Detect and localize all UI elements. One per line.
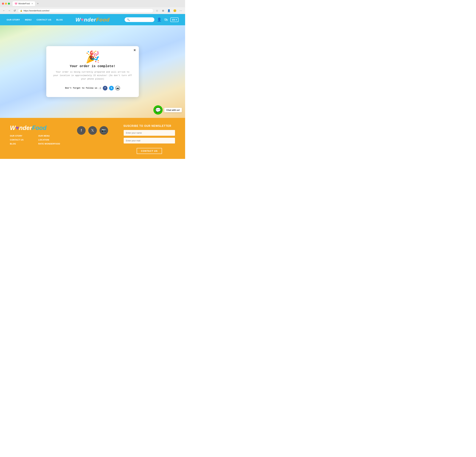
newsletter-name-input[interactable] <box>123 130 175 136</box>
reload-button[interactable]: ↺ <box>13 9 17 13</box>
footer-nav-location[interactable]: LOCATION <box>38 139 62 141</box>
footer-facebook-button[interactable]: f <box>77 126 86 135</box>
footer-facebook-icon: f <box>81 128 82 133</box>
emoji-button[interactable]: 🙂 <box>172 8 177 13</box>
footer-logo-heart: ♥ <box>16 124 19 131</box>
search-icon: 🔍 <box>127 18 130 21</box>
url-text: https://wonderfood.com/en/ <box>24 9 49 12</box>
chat-widget[interactable]: 💬 Chat with us! <box>153 105 182 115</box>
logo-food-text: Food <box>96 17 110 23</box>
logo-area: W♥nderFood <box>64 17 121 23</box>
footer-nav-blog[interactable]: BLOG <box>10 143 33 145</box>
browser-actions: ☆ ⊕ 👤 🙂 ⋯ <box>155 8 183 13</box>
logo-nder-text: nder <box>84 17 96 23</box>
lang-label: EN <box>172 18 175 21</box>
tab-close-icon[interactable]: ✕ <box>31 2 33 5</box>
confetti-emoji: 🎉 <box>85 51 100 63</box>
main-content: ✕ 🎉 Your order is complete! Your order i… <box>0 25 185 118</box>
logo-heart-icon: ♥ <box>81 17 84 23</box>
footer-contact-us-button[interactable]: CONTACT US <box>137 148 162 154</box>
cart-icon[interactable]: 🛍 <box>164 17 168 22</box>
footer-nav-contact-us[interactable]: CONTACT US <box>10 139 33 141</box>
modal-title: Your order is complete! <box>53 64 132 68</box>
nav-contact-us[interactable]: CONTACT US <box>36 18 51 21</box>
forward-button[interactable]: → <box>7 9 11 13</box>
footer-social-links: f 𝕏 📷 <box>77 126 108 135</box>
browser-tab[interactable]: 🩷 WonderFood ✕ <box>13 1 35 6</box>
tab-title: WonderFood <box>18 2 30 5</box>
browser-chrome: 🩷 WonderFood ✕ + ← → ↺ 🔒 https://wonderf… <box>0 0 185 14</box>
browser-titlebar: 🩷 WonderFood ✕ + <box>0 0 185 7</box>
footer-logo[interactable]: W♥nderFood <box>10 124 62 131</box>
footer-nav-rate[interactable]: RATE WONDERFOOD <box>38 143 62 145</box>
site-logo[interactable]: W♥nderFood <box>76 17 110 23</box>
newsletter-title: SUSCRIBE TO OUR NEWSLETTER <box>123 124 175 128</box>
footer-nav-our-menu[interactable]: OUR MENU <box>38 135 62 137</box>
footer-logo-nav: W♥nderFood OUR STORY OUR MENU CONTACT US… <box>10 124 62 145</box>
order-complete-modal: ✕ 🎉 Your order is complete! Your order i… <box>46 46 139 97</box>
footer-nav: OUR STORY OUR MENU CONTACT US LOCATION B… <box>10 135 62 145</box>
nav-our-story[interactable]: OUR STORY <box>7 18 20 21</box>
footer-twitter-button[interactable]: 𝕏 <box>88 126 97 135</box>
nav-menu[interactable]: MENU <box>25 18 32 21</box>
footer-nav-our-story[interactable]: OUR STORY <box>10 135 33 137</box>
header-right: 🔍 👤 🛍 EN ▾ <box>121 17 178 22</box>
newsletter-email-input[interactable] <box>123 138 175 144</box>
profile-button[interactable]: 👤 <box>167 8 171 13</box>
browser-dots <box>2 3 10 5</box>
search-box[interactable]: 🔍 <box>125 17 154 22</box>
chat-bubble-button[interactable]: 💬 <box>153 105 163 115</box>
modal-confetti-icon: 🎉 <box>53 51 132 63</box>
footer-twitter-icon: 𝕏 <box>91 128 94 133</box>
user-icon[interactable]: 👤 <box>157 17 162 22</box>
modal-instagram-button[interactable]: 📷 <box>115 86 120 90</box>
footer-logo-nder: nder <box>19 124 32 131</box>
wechat-icon: 💬 <box>155 107 161 113</box>
dot-red[interactable] <box>2 3 4 5</box>
follow-label: Don't forget to follow us ;) <box>65 87 101 89</box>
modal-facebook-button[interactable]: f <box>103 86 107 90</box>
site-header: OUR STORY MENU CONTACT US BLOG W♥nderFoo… <box>0 14 185 25</box>
footer-social-section: f 𝕏 📷 <box>67 124 118 135</box>
modal-body-text: Your order is being currently prepared a… <box>53 70 132 81</box>
footer-newsletter: SUSCRIBE TO OUR NEWSLETTER CONTACT US <box>123 124 175 154</box>
footer-logo-food: Food <box>32 124 46 131</box>
tab-favicon: 🩷 <box>15 2 17 5</box>
footer-instagram-button[interactable]: 📷 <box>100 126 108 135</box>
main-nav: OUR STORY MENU CONTACT US BLOG <box>7 18 64 21</box>
lock-icon: 🔒 <box>20 9 23 12</box>
modal-twitter-button[interactable]: 𝕏 <box>109 86 114 90</box>
address-bar[interactable]: 🔒 https://wonderfood.com/en/ <box>18 9 153 13</box>
browser-addressbar: ← → ↺ 🔒 https://wonderfood.com/en/ ☆ ⊕ 👤… <box>0 7 185 14</box>
chat-label: Chat with us! <box>164 108 182 112</box>
footer: W♥nderFood OUR STORY OUR MENU CONTACT US… <box>0 118 185 159</box>
bookmark-button[interactable]: ☆ <box>155 8 159 13</box>
modal-overlay: ✕ 🎉 Your order is complete! Your order i… <box>7 46 178 97</box>
new-tab-button[interactable]: + <box>37 2 39 5</box>
footer-bottom: CONTACT US <box>123 147 175 154</box>
nav-blog[interactable]: BLOG <box>56 18 63 21</box>
footer-logo-wonder: W <box>10 124 16 131</box>
logo-wonder-text: W <box>76 17 81 23</box>
menu-button[interactable]: ⋯ <box>178 8 183 13</box>
extensions-button[interactable]: ⊕ <box>161 8 165 13</box>
modal-close-button[interactable]: ✕ <box>133 48 136 52</box>
modal-follow-section: Don't forget to follow us ;) f 𝕏 📷 <box>53 86 132 90</box>
dot-yellow[interactable] <box>5 3 7 5</box>
back-button[interactable]: ← <box>2 9 6 13</box>
dot-green[interactable] <box>8 3 10 5</box>
footer-instagram-icon: 📷 <box>102 128 106 133</box>
language-selector[interactable]: EN ▾ <box>170 17 178 22</box>
lang-chevron-icon: ▾ <box>176 18 177 21</box>
